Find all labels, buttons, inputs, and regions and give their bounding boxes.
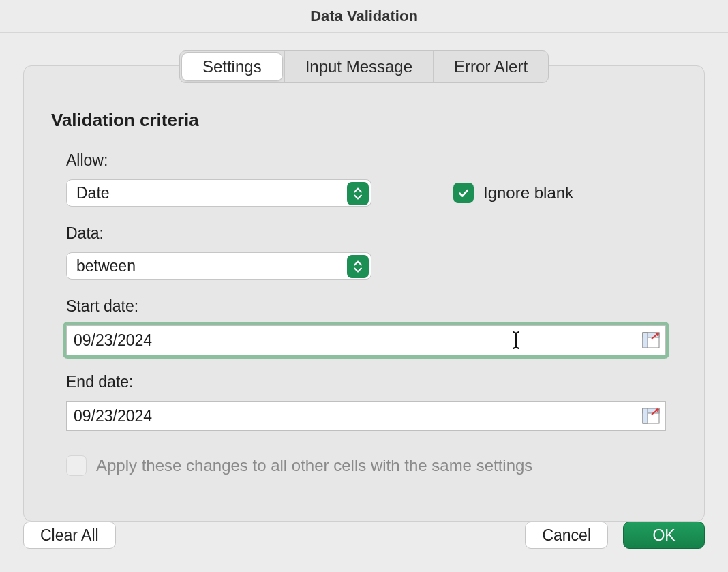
ok-button[interactable]: OK [623, 522, 705, 549]
end-date-input[interactable]: 09/23/2024 [66, 401, 666, 431]
cancel-button[interactable]: Cancel [525, 522, 608, 549]
start-date-value: 09/23/2024 [74, 331, 152, 350]
svg-rect-5 [643, 408, 648, 423]
tab-input-message-label: Input Message [305, 57, 412, 76]
end-date-value: 09/23/2024 [74, 407, 152, 425]
cell-reference-picker-icon[interactable] [642, 408, 660, 424]
allow-select-value: Date [76, 184, 110, 202]
clear-all-label: Clear All [40, 526, 99, 545]
start-date-label: Start date: [66, 297, 677, 316]
validation-criteria-heading: Validation criteria [51, 110, 677, 131]
data-select-value: between [76, 257, 136, 275]
clear-all-button[interactable]: Clear All [23, 522, 116, 549]
data-select[interactable]: between [66, 252, 371, 280]
dialog-titlebar: Data Validation [0, 0, 728, 33]
dialog-title: Data Validation [310, 7, 418, 25]
checkmark-icon [453, 183, 474, 203]
start-date-input[interactable]: 09/23/2024 [66, 325, 666, 355]
tab-input-message[interactable]: Input Message [284, 51, 433, 82]
ok-label: OK [652, 526, 675, 545]
apply-all-checkbox[interactable]: Apply these changes to all other cells w… [66, 455, 677, 476]
tab-error-alert-label: Error Alert [454, 57, 528, 76]
text-cursor-icon [510, 331, 522, 350]
tabs-container: Settings Input Message Error Alert [179, 50, 549, 83]
end-date-label: End date: [66, 373, 677, 391]
chevron-up-down-icon [347, 182, 369, 205]
tab-error-alert[interactable]: Error Alert [433, 51, 548, 82]
cell-reference-picker-icon[interactable] [642, 332, 660, 348]
ignore-blank-checkbox[interactable]: Ignore blank [453, 183, 573, 203]
data-label: Data: [66, 224, 677, 243]
apply-all-label: Apply these changes to all other cells w… [96, 456, 532, 475]
tab-settings-label: Settings [202, 57, 262, 76]
tab-settings[interactable]: Settings [181, 52, 283, 81]
cancel-label: Cancel [542, 526, 591, 545]
dialog-footer: Clear All Cancel OK [23, 522, 705, 549]
svg-rect-2 [643, 333, 648, 348]
settings-panel: Validation criteria Allow: Date Ignore b… [23, 65, 705, 522]
ignore-blank-label: Ignore blank [483, 183, 573, 202]
checkbox-empty-icon [66, 455, 87, 476]
chevron-up-down-icon [347, 255, 369, 278]
allow-select[interactable]: Date [66, 179, 371, 207]
allow-label: Allow: [66, 151, 677, 170]
